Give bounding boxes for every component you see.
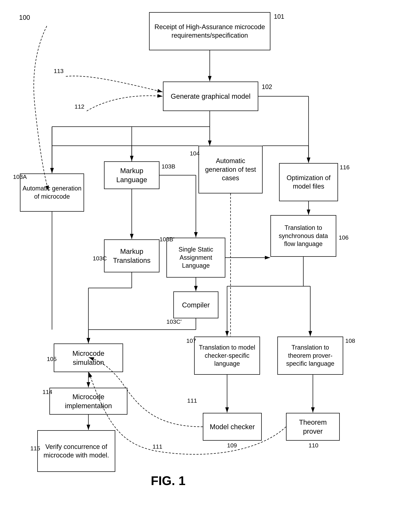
box-103c2: Compiler xyxy=(173,291,218,318)
ref-104: 104 xyxy=(190,150,200,157)
ref-111-b: 111 xyxy=(153,443,162,450)
ref-107: 107 xyxy=(186,337,196,344)
box-106: Translation to synchronous data flow lan… xyxy=(270,215,336,257)
ref-103c2: 103C' xyxy=(167,318,182,325)
ref-106: 106 xyxy=(339,234,349,241)
box-114: Microcode implementation xyxy=(49,388,127,415)
ref-110: 110 xyxy=(309,442,318,449)
ref-108: 108 xyxy=(345,337,355,344)
box-105: Microcode simulation xyxy=(54,343,123,372)
ref-100: 100 xyxy=(19,14,30,21)
ref-113: 113 xyxy=(54,68,64,74)
box-103b2: Single Static Assignment Language xyxy=(167,238,225,278)
box-110: Theorem prover xyxy=(286,413,340,441)
ref-111-a: 111 xyxy=(187,397,197,404)
box-115: Verify concurrence of microcode with mod… xyxy=(37,430,115,472)
ref-112: 112 xyxy=(74,103,84,110)
box-108: Translation to theorem prover-specific l… xyxy=(277,337,343,375)
figure-label: FIG. 1 xyxy=(151,473,185,488)
ref-102: 102 xyxy=(262,83,272,91)
ref-116: 116 xyxy=(340,164,350,171)
box-103b: Markup Language xyxy=(104,161,160,189)
box-109: Model checker xyxy=(203,413,262,441)
ref-105: 105 xyxy=(47,356,57,362)
box-102: Generate graphical model xyxy=(163,82,258,111)
ref-103b2: 103B' xyxy=(160,236,174,243)
diagram-container: 100 Receipt of High-Assurance microcode … xyxy=(0,0,420,505)
box-101: Receipt of High-Assurance microcode requ… xyxy=(149,12,270,50)
box-116: Optimization of model files xyxy=(279,163,338,201)
box-104: Automatic generation of test cases xyxy=(198,146,263,193)
ref-109: 109 xyxy=(227,442,237,449)
box-103a: Automatic generation of microcode xyxy=(20,173,84,212)
ref-103a: 103A xyxy=(13,173,27,180)
box-103c: Markup Translations xyxy=(104,240,160,272)
ref-115: 115 xyxy=(30,445,40,452)
ref-114: 114 xyxy=(43,389,52,395)
ref-103b: 103B xyxy=(161,163,175,170)
box-107: Translation to model checker-specific la… xyxy=(194,337,260,375)
ref-101: 101 xyxy=(274,13,284,20)
ref-103c: 103C xyxy=(93,255,107,262)
